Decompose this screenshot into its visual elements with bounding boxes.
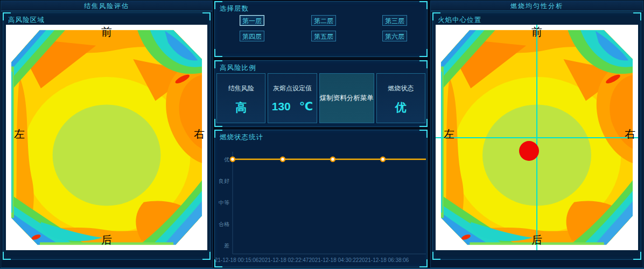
metric-cards: 结焦风险 高 灰熔点设定值 130 ℃ 煤制资料分析菜单 燃烧状态 优 <box>216 73 425 123</box>
chart-x-tick-label: 2021-12-18 00:15:06 <box>215 257 259 263</box>
combustion-status-card: 燃烧状态 优 <box>376 73 425 123</box>
combustion-status-label: 燃烧状态 <box>388 84 414 93</box>
chart-y-tick-label: 优 <box>224 157 229 162</box>
coal-data-menu-button[interactable]: 煤制资料分析菜单 <box>319 73 374 123</box>
ash-melting-point-number: 130 <box>272 100 291 113</box>
layer-button-3[interactable]: 第三层 <box>382 15 407 26</box>
combustion-status-chart-panel: 燃烧状态统计 优良好中等合格差2021-12-18 00:15:062021-1… <box>214 130 428 267</box>
panel-coking-risk: 结焦风险评估 高风险区域 前 后 左 右 <box>1 1 213 268</box>
coking-risk-card-value: 高 <box>235 100 247 115</box>
ash-melting-point-card: 灰熔点设定值 130 ℃ <box>268 73 317 123</box>
map-label-right: 右 <box>625 129 635 139</box>
flame-center-dot <box>519 141 539 161</box>
coking-risk-heatmap: 前 后 左 右 <box>6 25 207 250</box>
layer-button-6[interactable]: 第六层 <box>382 31 407 41</box>
chart-x-tick-label: 2021-12-18 02:22:47 <box>259 257 309 263</box>
coking-risk-heatmap-image <box>6 25 207 250</box>
chart-y-tick-label: 中等 <box>219 200 229 206</box>
flame-center-heatmap: 前 后 左 右 <box>436 25 638 250</box>
coking-risk-panel-title: 结焦风险评估 <box>1 1 212 11</box>
ash-melting-point-value: 130 ℃ <box>272 100 313 113</box>
combustion-status-value: 优 <box>395 100 407 115</box>
chart-y-tick-label: 差 <box>224 243 229 249</box>
map-label-back: 后 <box>531 235 542 245</box>
chart-x-tick-label: 2021-12-18 04:30:22 <box>309 257 359 263</box>
crosshair-horizontal-line <box>436 137 638 138</box>
chart-y-tick-label: 合格 <box>219 221 229 227</box>
chart-x-tick-label: 2021-12-18 06:38:06 <box>359 257 409 263</box>
map-label-right: 右 <box>194 129 205 139</box>
high-risk-ratio-title: 高风险比例 <box>220 63 256 73</box>
chart-point <box>230 157 235 161</box>
high-risk-area-section: 高风险区域 前 后 左 右 <box>3 12 211 260</box>
map-label-front: 前 <box>531 26 542 37</box>
layer-button-1[interactable]: 第一层 <box>240 15 264 26</box>
high-risk-area-label: 高风险区域 <box>8 16 45 25</box>
layer-selector-title: 选择层数 <box>220 4 249 13</box>
layer-button-4[interactable]: 第四层 <box>240 31 264 41</box>
combustion-uniformity-panel-title: 燃烧均匀性分析 <box>431 1 643 11</box>
ash-melting-point-unit: ℃ <box>299 100 313 113</box>
coking-risk-card-label: 结焦风险 <box>228 84 254 93</box>
chart-point <box>381 157 385 161</box>
layer-button-5[interactable]: 第五层 <box>311 31 336 41</box>
dashboard: 结焦风险评估 高风险区域 前 后 左 右 选择层数 第一层 第二层 第三层 第四… <box>0 0 644 269</box>
chart-y-tick-label: 良好 <box>219 178 229 184</box>
combustion-status-chart: 优良好中等合格差2021-12-18 00:15:062021-12-18 02… <box>215 143 427 266</box>
chart-point <box>281 157 285 161</box>
panel-combustion-uniformity: 燃烧均匀性分析 火焰中心位置 前 后 左 右 <box>430 1 643 268</box>
combustion-chart-title: 燃烧状态统计 <box>220 133 263 142</box>
flame-center-section: 火焰中心位置 前 后 左 右 <box>432 12 641 260</box>
chart-point <box>331 157 335 161</box>
ash-melting-point-label: 灰熔点设定值 <box>273 84 312 93</box>
map-label-front: 前 <box>101 26 112 37</box>
coal-data-menu-label: 煤制资料分析菜单 <box>320 94 374 103</box>
map-label-left: 左 <box>14 129 25 139</box>
map-label-back: 后 <box>101 235 112 245</box>
coking-risk-card: 结焦风险 高 <box>216 73 265 123</box>
layer-button-2[interactable]: 第二层 <box>311 15 336 26</box>
map-label-left: 左 <box>444 129 454 139</box>
layer-selector-panel: 选择层数 第一层 第二层 第三层 第四层 第五层 第六层 <box>214 1 428 57</box>
flame-center-label: 火焰中心位置 <box>438 16 481 25</box>
high-risk-ratio-panel: 高风险比例 结焦风险 高 灰熔点设定值 130 ℃ 煤制资料分析菜单 燃烧状态 … <box>214 60 428 127</box>
